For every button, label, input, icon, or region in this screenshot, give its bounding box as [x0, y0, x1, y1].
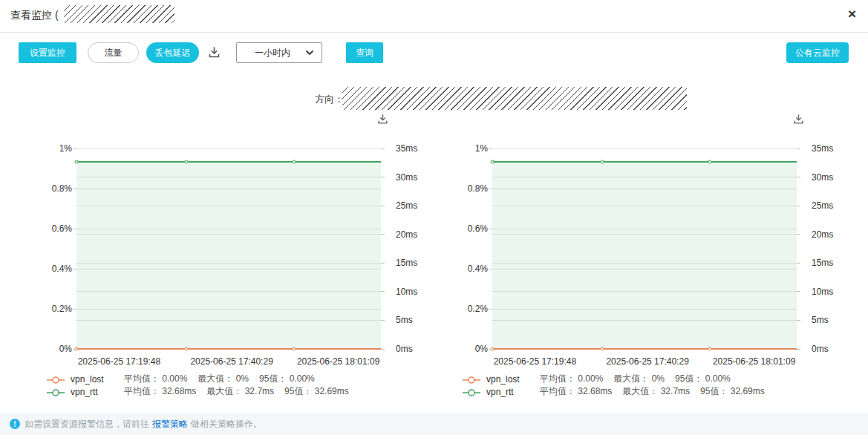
- legend-row-vpn_lost: vpn_lost平均值： 0.00%最大值： 0%95值： 0.00%: [47, 373, 359, 385]
- y-axis-left-tick: 0.6%: [468, 223, 488, 234]
- time-range-select[interactable]: 一小时内: [236, 42, 322, 63]
- legend-series-stats: 平均值： 0.00%最大值： 0%95值： 0.00%: [124, 373, 325, 385]
- axis-tick-mark: [797, 320, 800, 321]
- y-axis-right: 35ms30ms25ms20ms15ms10ms5ms0ms: [396, 148, 429, 349]
- y-axis-right-tick: 25ms: [812, 200, 833, 211]
- y-axis-right-tick: 20ms: [812, 229, 833, 240]
- y-axis-left-tick: 0.6%: [52, 223, 72, 234]
- redacted-direction-value: [342, 87, 687, 110]
- set-monitor-button[interactable]: 设置监控: [19, 42, 76, 63]
- footer-note: ! 如需设置资源报警信息，请前往 报警策略 做相关策略操作。: [0, 413, 868, 435]
- footer-text-after: 做相关策略操作。: [191, 418, 262, 431]
- axis-tick-mark: [797, 148, 800, 149]
- stat-p95: 95值： 0.00%: [675, 373, 731, 385]
- y-axis-right-tick: 15ms: [396, 258, 417, 268]
- vpn_rtt-point: [75, 160, 79, 163]
- vpn_rtt-legend-icon[interactable]: [47, 388, 65, 396]
- chart-download-icon[interactable]: [376, 113, 389, 128]
- y-axis-left-tick: 0.8%: [52, 183, 72, 194]
- redacted-title-text: [64, 5, 174, 23]
- axis-tick-mark: [797, 291, 800, 292]
- loss-delay-tab-button[interactable]: 丢包延迟: [146, 42, 199, 63]
- y-axis-left-tick: 0.4%: [468, 264, 488, 274]
- query-button[interactable]: 查询: [346, 42, 383, 63]
- vpn_lost-legend-icon[interactable]: [463, 376, 480, 383]
- monitor-chart-2: 1%0.8%0.6%0.4%0.2%0% 35ms30ms25ms20ms15m…: [457, 111, 839, 412]
- download-icon[interactable]: [207, 45, 221, 62]
- legend-series-stats: 平均值： 0.00%最大值： 0%95值： 0.00%: [540, 373, 741, 385]
- plot-area: [76, 148, 381, 349]
- dialog-title: 查看监控 (: [10, 9, 59, 22]
- y-axis-right-tick: 30ms: [396, 172, 417, 183]
- x-axis-label: 2025-06-25 17:19:48: [78, 356, 160, 367]
- axis-tick-mark: [381, 148, 385, 149]
- stat-p95: 95值： 0.00%: [259, 373, 315, 385]
- y-axis-right-tick: 0ms: [396, 344, 413, 354]
- axis-tick-mark: [381, 177, 385, 177]
- vpn_rtt-legend-icon[interactable]: [463, 388, 480, 396]
- dialog-header: 查看监控 ( ×: [0, 0, 868, 33]
- footer-text-before: 如需设置资源报警信息，请前往: [25, 418, 149, 431]
- info-icon: !: [10, 419, 20, 429]
- x-axis-label: 2025-06-25 18:01:09: [713, 356, 795, 367]
- y-axis-right-tick: 25ms: [396, 200, 417, 211]
- public-cloud-monitor-button[interactable]: 公有云监控: [786, 42, 849, 63]
- y-axis-left: 1%0.8%0.6%0.4%0.2%0%: [457, 148, 488, 349]
- legend-series-stats: 平均值： 32.68ms最大值： 32.7ms95值： 32.69ms: [124, 385, 359, 398]
- legend-series-name: vpn_rtt: [486, 387, 540, 397]
- stat-avg: 平均值： 32.68ms: [540, 385, 612, 398]
- y-axis-right-tick: 35ms: [812, 143, 833, 154]
- y-axis-right-tick: 0ms: [812, 344, 829, 354]
- x-axis-label: 2025-06-25 17:19:48: [494, 356, 576, 367]
- vpn_rtt-point: [600, 160, 604, 163]
- x-axis: 2025-06-25 17:19:482025-06-25 17:40:2920…: [76, 356, 381, 368]
- vpn_rtt-point: [184, 160, 188, 163]
- y-axis-left-tick: 0%: [475, 344, 488, 354]
- vpn_rtt-point: [491, 160, 495, 163]
- x-axis-label: 2025-06-25 18:01:09: [297, 356, 379, 367]
- vpn_rtt-area: [76, 162, 381, 349]
- vpn_rtt-line: [76, 161, 381, 163]
- y-axis-left-tick: 1%: [475, 143, 488, 154]
- legend-row-vpn_rtt: vpn_rtt平均值： 32.68ms最大值： 32.7ms95值： 32.69…: [463, 385, 775, 398]
- vpn_rtt-line: [492, 161, 797, 163]
- y-axis-left-tick: 0.8%: [468, 183, 488, 194]
- axis-tick-mark: [381, 263, 385, 264]
- x-axis-label: 2025-06-25 17:40:29: [606, 356, 688, 367]
- monitor-chart-1: 1%0.8%0.6%0.4%0.2%0% 35ms30ms25ms20ms15m…: [41, 111, 423, 412]
- stat-avg: 平均值： 0.00%: [540, 373, 603, 385]
- y-axis-left: 1%0.8%0.6%0.4%0.2%0%: [41, 148, 72, 349]
- axis-tick-mark: [797, 206, 800, 206]
- stat-max: 最大值： 32.7ms: [622, 385, 690, 398]
- y-axis-left-tick: 0.2%: [468, 304, 488, 314]
- vpn_rtt-point: [293, 160, 296, 163]
- chart-download-icon[interactable]: [792, 113, 805, 128]
- alarm-policy-link[interactable]: 报警策略: [152, 418, 188, 431]
- plot-area: [492, 148, 797, 349]
- y-axis-right-tick: 20ms: [396, 229, 417, 240]
- stat-max: 最大值： 32.7ms: [206, 385, 274, 398]
- y-axis-right-tick: 35ms: [396, 143, 417, 154]
- axis-tick-mark: [797, 349, 800, 350]
- stat-p95: 95值： 32.69ms: [284, 385, 349, 398]
- legend-series-stats: 平均值： 32.68ms最大值： 32.7ms95值： 32.69ms: [540, 385, 775, 398]
- axis-tick-mark: [381, 206, 385, 206]
- x-axis: 2025-06-25 17:19:482025-06-25 17:40:2920…: [492, 356, 797, 368]
- y-axis-right: 35ms30ms25ms20ms15ms10ms5ms0ms: [812, 148, 845, 349]
- traffic-tab-button[interactable]: 流量: [88, 42, 139, 63]
- close-icon[interactable]: ×: [848, 6, 856, 22]
- y-axis-right-tick: 10ms: [396, 287, 417, 297]
- y-axis-left-tick: 0%: [59, 344, 72, 354]
- time-range-value: 一小时内: [255, 47, 290, 59]
- legend-series-name: vpn_lost: [71, 374, 124, 385]
- chevron-down-icon: [305, 48, 314, 58]
- y-axis-right-tick: 15ms: [812, 258, 833, 268]
- chart-legend: vpn_lost平均值： 0.00%最大值： 0%95值： 0.00%vpn_r…: [463, 373, 775, 398]
- monitor-dialog: 查看监控 ( × 设置监控 流量 丢包延迟 一小时内 查询 公有云监控 方向： …: [0, 0, 868, 435]
- stat-p95: 95值： 32.69ms: [700, 385, 765, 398]
- vpn_lost-legend-icon[interactable]: [47, 376, 65, 383]
- legend-row-vpn_lost: vpn_lost平均值： 0.00%最大值： 0%95值： 0.00%: [463, 373, 775, 385]
- axis-tick-mark: [797, 234, 800, 235]
- y-axis-right-tick: 10ms: [812, 287, 833, 297]
- y-axis-left-tick: 0.2%: [52, 304, 72, 314]
